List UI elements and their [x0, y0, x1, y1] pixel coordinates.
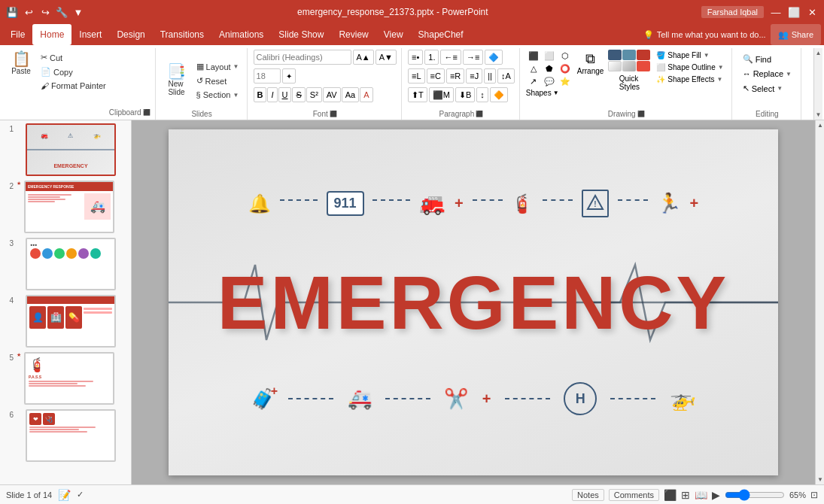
shape-cell-6[interactable]: ⭕ — [558, 62, 573, 74]
quick-styles-button[interactable]: QuickStyles — [618, 73, 641, 93]
justify-button[interactable]: ≡J — [466, 68, 482, 83]
menu-insert[interactable]: Insert — [71, 24, 109, 45]
select-button[interactable]: ↖ Select ▼ — [738, 82, 788, 95]
slide-item-5[interactable]: 5 ★ 🧯 P.A.S.S — [3, 352, 128, 405]
menu-animations[interactable]: Animations — [211, 24, 271, 45]
numbering-button[interactable]: 1. — [424, 50, 439, 65]
qs-cell-5[interactable] — [622, 61, 636, 71]
shape-cell-8[interactable]: 💬 — [542, 75, 557, 87]
canvas-scroll-down[interactable]: ▼ — [816, 475, 824, 484]
shadow-button[interactable]: S² — [306, 87, 322, 102]
menu-transitions[interactable]: Transitions — [153, 24, 211, 45]
shape-fill-dropdown[interactable]: ▼ — [704, 52, 710, 59]
bullets-button[interactable]: ≡• — [408, 50, 423, 65]
paste-button[interactable]: 📋 Paste — [6, 50, 36, 77]
menu-shapechef[interactable]: ShapeChef — [411, 24, 471, 45]
font-color-button[interactable]: A — [360, 87, 372, 102]
font-size-down-button[interactable]: A▼ — [376, 50, 397, 65]
align-left-button[interactable]: ≡L — [408, 68, 425, 83]
accessibility-check[interactable]: ✓ — [77, 490, 84, 499]
slide-thumb-5[interactable]: 🧯 P.A.S.S — [24, 352, 114, 405]
close-icon[interactable]: ✕ — [806, 6, 818, 18]
redo-icon[interactable]: ↪ — [39, 6, 51, 18]
shapes-button[interactable]: Shapes ▼ — [526, 89, 573, 97]
undo-icon[interactable]: ↩ — [23, 6, 35, 18]
menu-slideshow[interactable]: Slide Show — [271, 24, 331, 45]
shape-cell-3[interactable]: ⬡ — [558, 50, 573, 62]
copy-button[interactable]: 📄 Copy — [38, 65, 109, 78]
shapes-dropdown[interactable]: ▼ — [553, 90, 559, 96]
align-top-button[interactable]: ⬆T — [408, 87, 427, 102]
shape-fill-button[interactable]: 🪣 Shape Fill ▼ — [653, 50, 726, 61]
debug-icon[interactable]: 🔧 — [56, 6, 68, 18]
menu-review[interactable]: Review — [331, 24, 376, 45]
align-bottom-button[interactable]: ⬇B — [455, 87, 475, 102]
text-direction-button[interactable]: ↕A — [497, 68, 515, 83]
slide-item-6[interactable]: 6 ❤ 🩺 — [3, 409, 128, 462]
decrease-indent-button[interactable]: ←≡ — [440, 50, 461, 65]
slide-thumb-4[interactable]: 👤 🏥 💊 — [26, 295, 116, 348]
notes-button[interactable]: Notes — [572, 489, 604, 501]
underline-button[interactable]: U — [278, 87, 292, 102]
reading-view-icon[interactable]: 📖 — [695, 489, 707, 501]
section-button[interactable]: § Section ▼ — [193, 89, 242, 101]
slide-item-1[interactable]: 1 EMERGENCY 🚒⚠🚁 — [3, 123, 128, 176]
arrange-button[interactable]: ⧉ Arrange — [576, 50, 606, 77]
line-spacing-button[interactable]: ↕ — [476, 87, 488, 102]
slide-thumb-1[interactable]: EMERGENCY 🚒⚠🚁 — [26, 123, 116, 176]
slide-sorter-icon[interactable]: ⊞ — [681, 489, 690, 501]
clear-format-button[interactable]: ✦ — [282, 68, 296, 83]
layout-button[interactable]: ▦ Layout ▼ — [193, 60, 242, 73]
smartart-button[interactable]: 🔷 — [485, 50, 503, 65]
shape-cell-7[interactable]: ↗ — [526, 75, 541, 87]
share-button[interactable]: 👥Share — [771, 24, 821, 45]
slide-item-2[interactable]: 2 ★ EMERGENCY RESPONSE 🚑 — [3, 181, 128, 233]
restore-icon[interactable]: ⬜ — [788, 6, 800, 18]
font-expander[interactable]: ⬛ — [330, 111, 337, 117]
font-size-input[interactable] — [254, 68, 281, 83]
menu-home[interactable]: Home — [32, 24, 71, 45]
increase-indent-button[interactable]: →≡ — [463, 50, 483, 65]
bold-button[interactable]: B — [254, 87, 267, 102]
menu-view[interactable]: View — [376, 24, 411, 45]
zoom-slider[interactable] — [725, 489, 785, 501]
select-dropdown[interactable]: ▼ — [777, 85, 783, 92]
slide-item-4[interactable]: 4 👤 🏥 💊 — [3, 295, 128, 348]
canvas-scroll-up[interactable]: ▲ — [816, 120, 824, 130]
shape-cell-5[interactable]: ⬟ — [542, 62, 557, 74]
new-slide-button[interactable]: 📑 NewSlide — [162, 62, 192, 98]
shape-cell-9[interactable]: ⭐ — [558, 75, 573, 87]
cut-button[interactable]: ✂ Cut — [38, 51, 109, 64]
ribbon-scroll-down[interactable]: ▼ — [814, 110, 823, 120]
slide-thumb-6[interactable]: ❤ 🩺 — [26, 409, 116, 462]
shape-outline-button[interactable]: ⬜ Shape Outline ▼ — [653, 62, 726, 73]
shape-effects-dropdown[interactable]: ▼ — [716, 76, 722, 83]
qs-cell-6[interactable] — [637, 61, 650, 71]
reset-button[interactable]: ↺ Reset — [193, 74, 242, 87]
slide-canvas[interactable]: 🔔 911 🚒 + 🧯 ! 🏃 + — [169, 129, 778, 475]
columns-button[interactable]: || — [484, 68, 496, 83]
qs-cell-3[interactable] — [637, 50, 650, 60]
font-size-up-button[interactable]: A▲ — [353, 50, 374, 65]
shape-cell-1[interactable]: ⬛ — [526, 50, 541, 62]
customize-icon[interactable]: ▼ — [72, 6, 84, 18]
shape-outline-dropdown[interactable]: ▼ — [718, 64, 724, 71]
align-right-button[interactable]: ≡R — [446, 68, 464, 83]
slide-thumb-3[interactable]: ●●● — [26, 238, 116, 290]
minimize-icon[interactable]: — — [770, 6, 782, 18]
find-button[interactable]: 🔍 Find — [738, 53, 776, 65]
user-name[interactable]: Farshad Iqbal — [701, 6, 764, 18]
italic-button[interactable]: I — [267, 87, 277, 102]
align-center-button[interactable]: ≡C — [427, 68, 445, 83]
clipboard-expander[interactable]: ⬛ — [143, 109, 151, 116]
char-spacing-button[interactable]: AV — [323, 87, 341, 102]
menu-file[interactable]: File — [3, 24, 32, 45]
slideshow-icon[interactable]: ▶ — [712, 489, 720, 501]
normal-view-icon[interactable]: ⬛ — [664, 489, 677, 501]
save-icon[interactable]: 💾 — [6, 6, 18, 18]
paragraph-expander[interactable]: ⬛ — [476, 111, 483, 117]
convert-smartart-button[interactable]: 🔶 — [490, 87, 508, 102]
tell-me-box[interactable]: 💡 Tell me what you want to do... — [639, 24, 771, 45]
menu-design[interactable]: Design — [109, 24, 152, 45]
qs-cell-1[interactable] — [608, 50, 622, 60]
